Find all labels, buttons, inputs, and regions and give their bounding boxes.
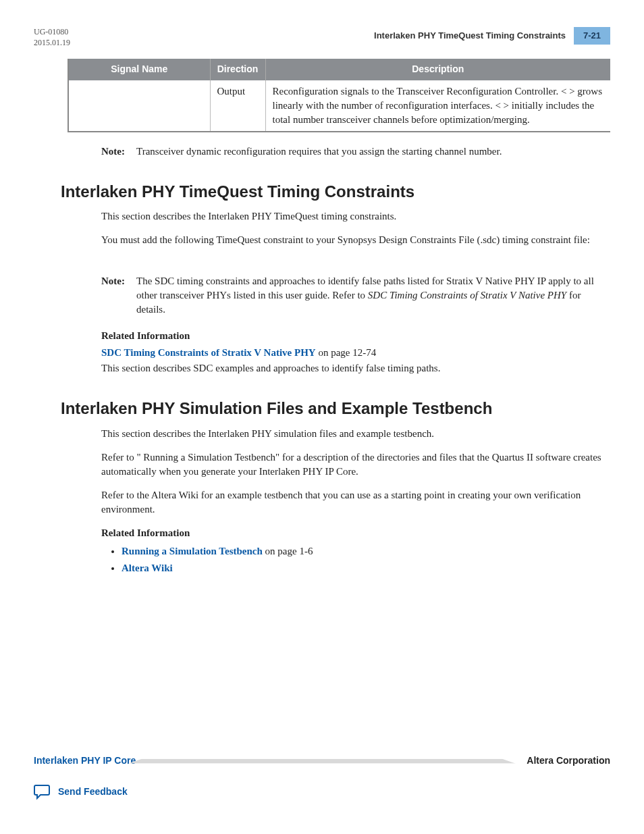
footer-divider [128,759,516,764]
related-info-label: Related Information [101,526,610,540]
body-text: Refer to " Running a Simulation Testbenc… [101,450,610,479]
section-heading-timing: Interlaken PHY TimeQuest Timing Constrai… [61,180,610,203]
section-heading-sim: Interlaken PHY Simulation Files and Exam… [61,397,610,420]
related-info-label: Related Information [101,329,610,343]
cell-signal-name [68,80,210,132]
related-link-sdc[interactable]: SDC Timing Constraints of Stratix V Nati… [101,347,316,358]
cell-direction: Output [210,80,265,132]
footer-row: Interlaken PHY IP Core Altera Corporatio… [34,754,610,768]
note-body: The SDC timing constraints and approache… [136,274,610,317]
body-text: Refer to the Altera Wiki for an example … [101,488,610,517]
note-block: Note: The SDC timing constraints and app… [101,274,610,317]
body-text: You must add the following TimeQuest con… [101,233,610,247]
th-description: Description [265,59,610,80]
related-link-sim-testbench[interactable]: Running a Simulation Testbench [122,546,263,556]
body-text: This section describes the Interlaken PH… [101,209,610,224]
note-block: Note: Transceiver dynamic reconfiguratio… [101,145,610,159]
page-header: UG-01080 2015.01.19 Interlaken PHY TimeQ… [34,27,610,48]
footer-core-name: Interlaken PHY IP Core [34,754,136,768]
running-title: Interlaken PHY TimeQuest Timing Constrai… [374,30,566,42]
page-number-tab: 7-21 [574,27,610,45]
note-body: Transceiver dynamic reconfiguration requ… [136,145,610,159]
related-list: Running a Simulation Testbench on page 1… [122,544,610,575]
related-suffix: on page 12-74 [316,347,377,358]
note-label: Note: [101,145,131,159]
th-signal-name: Signal Name [68,59,210,80]
list-item: Running a Simulation Testbench on page 1… [122,544,610,558]
cell-description: Reconfiguration signals to the Transceiv… [265,80,610,132]
speech-bubble-icon [34,784,51,800]
page-footer: Interlaken PHY IP Core Altera Corporatio… [34,754,610,800]
footer-company: Altera Corporation [527,754,610,768]
link-suffix: on page 1-6 [263,546,313,556]
body-text: This section describes the Interlaken PH… [101,427,610,441]
doc-id: UG-01080 [34,27,70,38]
signal-table: Signal Name Direction Description Output… [68,59,610,132]
send-feedback-link[interactable]: Send Feedback [58,785,128,799]
related-link-altera-wiki[interactable]: Altera Wiki [122,563,173,573]
th-direction: Direction [210,59,265,80]
note-text-italic: SDC Timing Constraints of Stratix V Nati… [368,290,566,301]
feedback-row: Send Feedback [34,784,610,800]
table-row: Output Reconfiguration signals to the Tr… [68,80,610,132]
list-item: Altera Wiki [122,561,610,575]
header-right: Interlaken PHY TimeQuest Timing Constrai… [374,27,610,45]
related-desc: This section describes SDC examples and … [101,361,610,375]
doc-date: 2015.01.19 [34,38,70,49]
related-line: SDC Timing Constraints of Stratix V Nati… [101,346,610,360]
doc-meta: UG-01080 2015.01.19 [34,27,70,48]
note-label: Note: [101,274,131,317]
